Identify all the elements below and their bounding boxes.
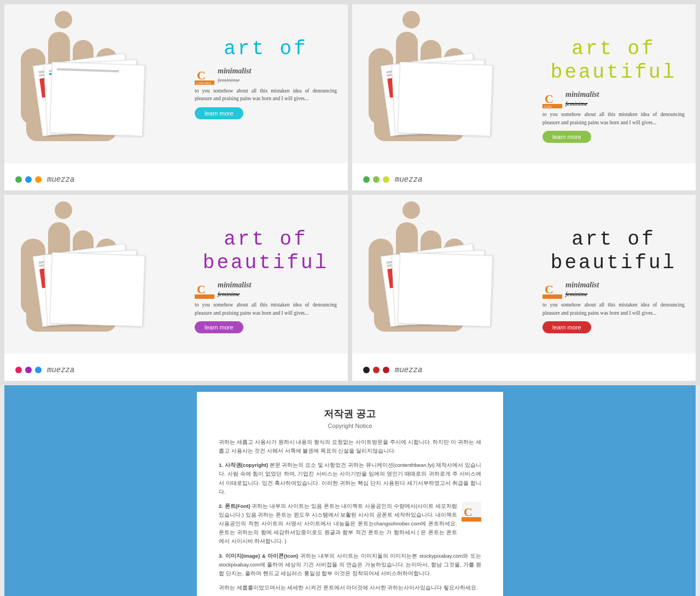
subtitle-cursive-4: feminime [565,291,685,297]
text-area-3: art ofbeautiful C minimalist feminime to… [195,228,337,333]
card-inner-2: art ofbeautiful C CON minimalist feminim… [352,4,696,163]
subtitle-block-2: minimalist feminime [565,90,685,107]
doc-stack-2 [385,59,494,147]
copyright-para-3: 3. 이미지(Image) & 아이콘(Icon) 귀하는 내부의 사이트는 이… [219,552,481,578]
copyright-subtitle: Copyright Notice [219,423,481,429]
subtitle-cursive-2: feminime [565,100,685,107]
brand-3: muezza [47,366,74,374]
subtitle-cursive-3: feminime [218,291,337,297]
card-cyan: art of C CON DES minimalist feminime [4,4,348,190]
text-area-4: art ofbeautiful C minimalist feminime to… [542,228,685,333]
c-logo-3: C [195,279,214,299]
copyright-section-2-title: 2. 폰트(Font) [219,503,250,509]
subtitle-row-2: C CON minimalist feminime [542,89,685,108]
subtitle-main-1: minimalist [218,67,337,76]
brand-2: muezza [395,175,422,184]
svg-text:C: C [464,505,472,519]
c-logo-1: C CON DES [195,65,214,85]
brand-1: muezza [47,175,74,184]
dot-1-3 [35,176,42,183]
subtitle-main-3: minimalist [218,281,337,290]
doc-3 [50,62,145,136]
dot-4-1 [363,367,370,373]
subtitle-main-4: minimalist [565,281,685,290]
card-2-title: art ofbeautiful [542,37,685,84]
card-purple: art ofbeautiful C minimalist feminime to… [4,195,348,381]
dot-1-1 [15,176,22,183]
learn-more-btn-3[interactable]: learn more [195,321,243,333]
dot-4-2 [373,367,380,373]
dot-2-3 [383,176,389,183]
doc-3-3 [50,252,145,327]
card-footer-4: muezza [363,366,422,374]
card-yellow-green: art ofbeautiful C CON minimalist feminim… [352,4,696,190]
learn-more-btn-4[interactable]: learn more [542,321,591,333]
text-area-1: art of C CON DES minimalist feminime [195,37,337,119]
body-text-2: to you somehow about all this mistaken i… [542,111,685,126]
copyright-para-1: 1. 사작권(copyright) 본문 귀하는의 요소 및 사항었건 귀하는 … [219,461,481,496]
subtitle-row-4: C minimalist feminime [542,279,685,299]
doc-stack-4 [385,250,494,337]
c-logo-copyright: C [462,502,481,522]
subtitle-block-1: minimalist feminime [218,67,337,83]
doc-4-3 [398,252,493,327]
card-footer-2: muezza [363,175,422,184]
learn-more-btn-2[interactable]: learn more [542,131,591,143]
subtitle-main-2: minimalist [565,90,685,99]
c-logo-4: C [542,279,562,299]
svg-text:C: C [197,68,206,82]
text-area-2: art ofbeautiful C CON minimalist feminim… [542,37,685,143]
card-inner-4: art ofbeautiful C minimalist feminime to… [352,195,696,354]
c-logo-2: C CON [542,89,562,108]
subtitle-block-3: minimalist feminime [218,281,337,297]
copyright-para-0: 귀하는 새롭고 사용사가 원하시 내용의 형식의 요청없는 사이트방문을 주시에… [219,438,481,455]
main-grid: art of C CON DES minimalist feminime [0,0,700,385]
dot-1-2 [25,176,32,183]
body-text-4: to you somehow about all this mistaken i… [542,301,685,317]
card-inner-1: art of C CON DES minimalist feminime [4,4,348,163]
copyright-section: 저작권 공고 Copyright Notice 귀하는 새롭고 사용사가 원하시… [4,385,696,596]
copyright-section-1-title: 1. 사작권(copyright) [219,462,268,468]
card-4-title: art ofbeautiful [542,228,685,275]
dot-3-2 [25,367,32,373]
subtitle-cursive-1: feminime [218,77,337,83]
card-footer-1: muezza [15,175,74,184]
dot-2-2 [373,176,380,183]
copyright-para-4: 귀하는 세룹롤이었으며서는 세세한 시켜건 폰트에서 아더것에 사서한 귀하는사… [219,583,481,592]
svg-text:CON: CON [196,82,203,85]
brand-4: muezza [395,366,422,374]
dot-3-3 [35,367,42,373]
subtitle-row-3: C minimalist feminime [195,279,337,299]
copyright-para-2: 2. 폰트(Font) 귀하는 내부의 사이트는 있음 폰트는 내이젝트 사용공… [219,502,481,546]
svg-text:C: C [545,282,553,296]
svg-text:CON: CON [544,105,551,108]
svg-rect-38 [542,294,562,299]
card-1-title: art of [195,37,337,61]
svg-point-16 [402,11,420,28]
copyright-inner: 저작권 공고 Copyright Notice 귀하는 새롭고 사용사가 원하시… [197,392,503,596]
card-3-title: art ofbeautiful [195,228,337,275]
svg-rect-41 [462,517,481,522]
doc-stack-1 [37,59,147,147]
card-dark: art ofbeautiful C minimalist feminime to… [352,195,696,381]
svg-point-35 [402,201,420,219]
svg-rect-29 [195,294,214,299]
svg-point-5 [55,11,72,28]
svg-text:C: C [545,92,553,106]
subtitle-row-1: C CON DES minimalist feminime [195,65,337,85]
body-text-3: to you somehow about all this mistaken i… [195,301,337,317]
svg-text:DES: DES [205,82,211,85]
card-inner-3: art ofbeautiful C minimalist feminime to… [4,195,348,354]
dot-4-3 [383,367,389,373]
body-text-1: to you somehow about all this mistaken i… [195,87,337,103]
learn-more-btn-1[interactable]: learn more [195,107,243,119]
subtitle-block-4: minimalist feminime [565,281,685,297]
doc-2-3 [398,62,493,136]
svg-text:C: C [197,282,206,296]
doc-stack-3 [37,250,147,337]
copyright-section-3-title: 3. 이미지(Image) & 아이콘(Icon) [219,553,298,559]
card-footer-3: muezza [15,366,74,374]
dot-2-1 [363,176,370,183]
svg-point-26 [55,201,72,219]
dot-3-1 [15,367,22,373]
